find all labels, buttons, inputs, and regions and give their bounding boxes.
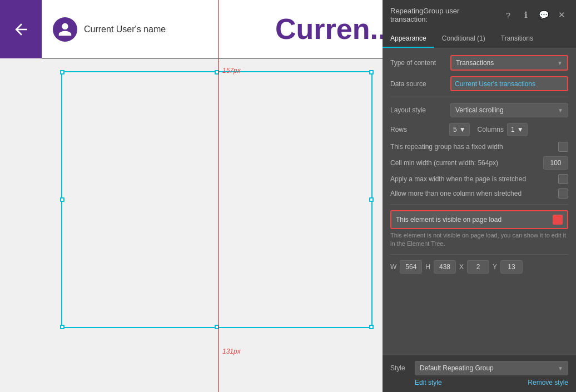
dropdown-arrow-type: ▼	[557, 60, 563, 66]
handle-ml[interactable]	[60, 197, 64, 202]
tab-transitions[interactable]: Transitions	[493, 30, 541, 48]
rows-cols-row: Rows 5 ▼ Columns 1 ▼	[390, 123, 568, 136]
columns-label: Columns	[473, 126, 504, 133]
type-of-content-control: Transactions ▼	[450, 55, 568, 71]
x-label: X	[459, 263, 464, 271]
divider-3	[390, 254, 568, 255]
handle-bl[interactable]	[60, 325, 64, 329]
data-source-value[interactable]: Current User's transactions	[455, 80, 535, 88]
columns-arrow: ▼	[517, 126, 524, 133]
more-columns-row: Allow more than one column when stretche…	[390, 188, 568, 199]
style-label: Style	[390, 364, 410, 372]
type-of-content-value: Transactions	[456, 59, 494, 67]
style-dropdown-arrow: ▼	[558, 365, 563, 371]
layout-style-dropdown[interactable]: Vertical scrolling ▼	[450, 103, 568, 117]
layout-style-control: Vertical scrolling ▼	[450, 103, 568, 117]
max-width-row: Apply a max width when the page is stret…	[390, 174, 568, 184]
edit-style-link[interactable]: Edit style	[415, 379, 442, 386]
properties-panel: RepeatingGroup user transaction: ? ℹ 💬 ✕…	[383, 0, 576, 392]
type-of-content-label: Type of content	[390, 59, 446, 67]
handle-br[interactable]	[369, 325, 374, 329]
chat-icon-btn[interactable]: 💬	[537, 8, 550, 22]
close-icon-btn[interactable]: ✕	[555, 8, 568, 22]
handle-tr[interactable]	[369, 70, 374, 75]
panel-body: Type of content Transactions ▼ Data sour…	[383, 48, 576, 355]
horizontal-guideline	[42, 58, 383, 59]
rows-dropdown[interactable]: 5 ▼	[449, 123, 470, 136]
w-value[interactable]: 564	[400, 260, 422, 274]
back-button[interactable]	[0, 0, 42, 58]
columns-value: 1	[511, 126, 515, 133]
max-width-toggle[interactable]	[558, 174, 568, 184]
help-icon-btn[interactable]: ?	[501, 8, 515, 22]
header-text-large: Curren...	[275, 12, 383, 46]
handle-mr[interactable]	[369, 197, 374, 202]
columns-dropdown[interactable]: 1 ▼	[507, 123, 528, 136]
w-label: W	[390, 263, 396, 271]
visible-label: This element is visible on page load	[396, 216, 553, 224]
layout-style-label: Layout style	[390, 106, 446, 114]
visible-toggle[interactable]	[553, 215, 563, 225]
cell-min-width-label: Cell min width (current width: 564px)	[390, 159, 543, 167]
rows-value: 5	[453, 126, 457, 133]
cell-min-width-value[interactable]: 100	[543, 156, 568, 170]
panel-tabs: Appearance Conditional (1) Transitions	[383, 30, 576, 48]
handle-tl[interactable]	[60, 70, 64, 75]
user-name-label: Current User's name	[84, 24, 166, 34]
y-label: Y	[493, 263, 497, 271]
info-icon-btn[interactable]: ℹ	[519, 8, 533, 22]
style-value: Default Repeating Group	[420, 364, 494, 372]
panel-title: RepeatingGroup user transaction:	[390, 7, 497, 23]
remove-style-link[interactable]: Remove style	[528, 379, 568, 386]
type-of-content-dropdown[interactable]: Transactions ▼	[450, 55, 568, 71]
selection-box[interactable]	[61, 71, 373, 328]
dim-label-top: 157px	[222, 67, 241, 75]
style-row: Style Default Repeating Group ▼	[390, 361, 568, 375]
avatar	[53, 17, 77, 42]
x-value[interactable]: 2	[467, 260, 489, 274]
rows-arrow: ▼	[459, 126, 466, 133]
layout-style-value: Vertical scrolling	[455, 106, 504, 114]
h-label: H	[425, 263, 430, 271]
y-value[interactable]: 13	[500, 260, 523, 274]
visible-row: This element is visible on page load	[390, 210, 568, 229]
dim-label-bottom: 131px	[222, 348, 241, 355]
fixed-width-row: This repeating group has a fixed width	[390, 142, 568, 152]
divider-2	[390, 204, 568, 205]
more-columns-label: Allow more than one column when stretche…	[390, 190, 558, 197]
style-dropdown[interactable]: Default Repeating Group ▼	[415, 361, 568, 375]
fixed-width-toggle[interactable]	[558, 142, 568, 152]
panel-header: RepeatingGroup user transaction: ? ℹ 💬 ✕	[383, 0, 576, 30]
fixed-width-label: This repeating group has a fixed width	[390, 143, 558, 151]
rows-label: Rows	[390, 126, 446, 133]
data-source-row: Data source Current User's transactions	[390, 76, 568, 91]
canvas-area: Current User's name Curren... 157px 131p…	[0, 0, 383, 392]
max-width-label: Apply a max width when the page is stret…	[390, 175, 558, 183]
panel-footer: Style Default Repeating Group ▼ Edit sty…	[383, 355, 576, 392]
visible-help-text: This element is not visible on page load…	[390, 231, 568, 249]
divider-1	[390, 97, 568, 97]
more-columns-toggle[interactable]	[558, 188, 568, 199]
header-bar: Current User's name Curren...	[42, 0, 383, 58]
cell-min-width-row: Cell min width (current width: 564px) 10…	[390, 156, 568, 170]
h-value[interactable]: 438	[434, 260, 456, 274]
data-source-label: Data source	[390, 80, 446, 88]
style-link-row: Edit style Remove style	[390, 379, 568, 386]
dropdown-arrow-layout: ▼	[558, 107, 563, 113]
tab-appearance[interactable]: Appearance	[383, 30, 434, 48]
type-of-content-row: Type of content Transactions ▼	[390, 55, 568, 71]
wh-row: W 564 H 438 X 2 Y 13	[390, 260, 568, 274]
layout-style-row: Layout style Vertical scrolling ▼	[390, 103, 568, 117]
tab-conditional[interactable]: Conditional (1)	[434, 30, 493, 48]
